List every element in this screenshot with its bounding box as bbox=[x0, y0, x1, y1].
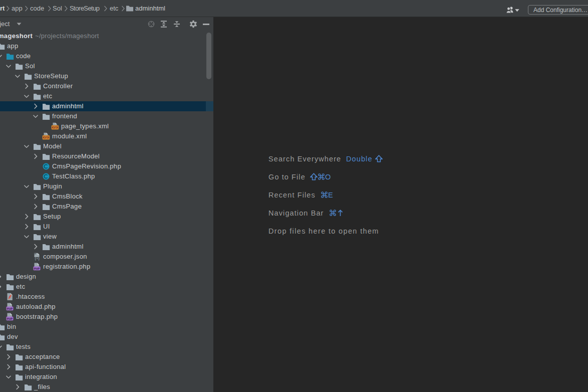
svg-text:PHP: PHP bbox=[7, 317, 13, 320]
svg-text:PHP: PHP bbox=[7, 307, 13, 310]
svg-text:{•}: {•} bbox=[35, 256, 40, 261]
svg-text:PHP: PHP bbox=[34, 267, 40, 270]
